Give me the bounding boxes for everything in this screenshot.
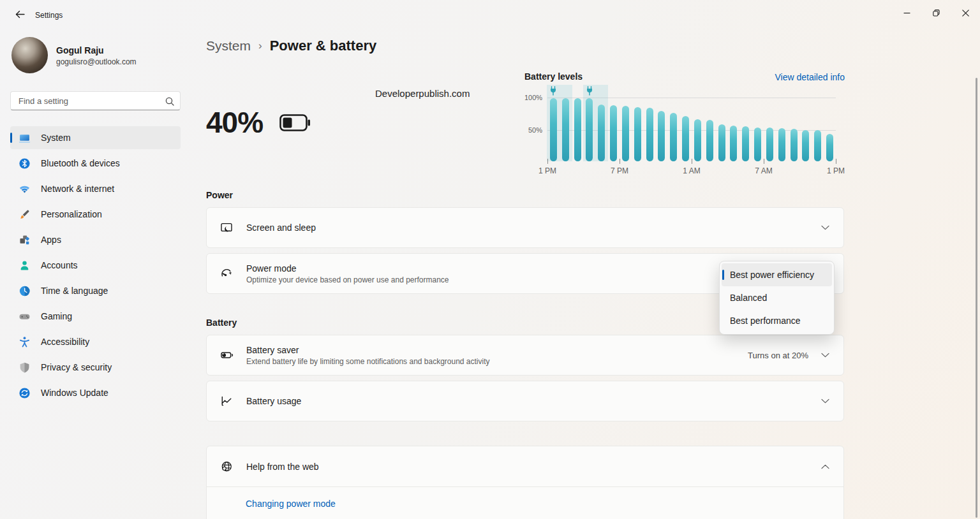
sidebar-item-accounts[interactable]: Accounts — [10, 254, 181, 277]
battery-saver-value: Turns on at 20% — [748, 351, 808, 360]
sidebar-item-label: System — [41, 133, 71, 143]
scrollbar[interactable] — [976, 78, 977, 518]
view-detailed-info-link[interactable]: View detailed info — [775, 72, 845, 82]
y-axis-label: 100% — [524, 94, 542, 101]
accessibility-icon — [19, 336, 31, 348]
plug-charging-icon — [549, 86, 557, 98]
breadcrumb-parent[interactable]: System — [206, 38, 251, 54]
x-axis-label: 7 AM — [745, 166, 783, 175]
back-arrow-icon — [15, 10, 25, 18]
app-title: Settings — [35, 11, 63, 20]
privacy-icon — [19, 362, 31, 374]
chevron-down-icon[interactable] — [821, 398, 829, 404]
x-axis-tick — [620, 159, 620, 164]
battery-level-bar — [622, 106, 629, 161]
y-axis-label: 50% — [524, 126, 542, 134]
chevron-down-icon[interactable] — [821, 225, 829, 230]
battery-level-bar — [646, 108, 653, 161]
help-from-web-card: Help from the web Changing power mode — [206, 446, 844, 519]
user-email: gogulisro@outlook.com — [56, 57, 137, 66]
row-title: Battery saver — [246, 345, 748, 355]
apps-icon — [19, 234, 31, 246]
minimize-icon — [903, 10, 910, 17]
battery-level-bar — [791, 129, 798, 161]
power-mode-option-3[interactable]: Best performance — [722, 309, 832, 332]
breadcrumb-separator: › — [258, 40, 262, 52]
sidebar-item-label: Accessibility — [41, 337, 89, 347]
battery-level-bar — [718, 124, 725, 161]
battery-level-bar — [598, 105, 605, 161]
time-language-icon — [19, 285, 31, 297]
sidebar-item-label: Privacy & security — [41, 362, 112, 372]
battery-usage-row[interactable]: Battery usage — [206, 381, 844, 421]
battery-level-bar — [550, 98, 557, 161]
search-input[interactable] — [11, 92, 180, 110]
sidebar-item-privacy-security[interactable]: Privacy & security — [10, 356, 181, 379]
battery-level-bar — [754, 128, 761, 161]
battery-icon — [279, 114, 310, 131]
battery-level-bar — [658, 111, 665, 161]
sidebar-item-apps[interactable]: Apps — [10, 228, 181, 251]
row-title: Screen and sleep — [246, 223, 821, 233]
sidebar-item-label: Gaming — [41, 311, 72, 321]
x-axis-tick — [692, 159, 692, 164]
avatar[interactable] — [11, 37, 48, 73]
help-link[interactable]: Changing power mode — [246, 499, 843, 509]
battery-percent: 40% — [206, 105, 263, 140]
watermark-text: Developerpublish.com — [375, 88, 470, 99]
search-box[interactable] — [10, 91, 181, 110]
power-mode-option-2[interactable]: Balanced — [722, 286, 832, 309]
plug-charging-icon — [586, 86, 593, 98]
sidebar-item-time-language[interactable]: Time & language — [10, 279, 181, 302]
sidebar-item-gaming[interactable]: Gaming — [10, 305, 181, 328]
sidebar-item-bluetooth[interactable]: Bluetooth & devices — [10, 152, 181, 175]
sidebar-item-label: Accounts — [41, 260, 78, 270]
sidebar-item-label: Windows Update — [41, 388, 108, 398]
option-label: Best performance — [730, 316, 801, 326]
sidebar-item-label: Personalization — [41, 209, 102, 219]
sidebar-item-network[interactable]: Network & internet — [10, 177, 181, 200]
breadcrumb: System › Power & battery — [206, 38, 376, 54]
sidebar-nav: SystemBluetooth & devicesNetwork & inter… — [10, 126, 181, 407]
battery-level-bar — [742, 126, 749, 161]
battery-level-bar — [730, 126, 737, 161]
battery-level-bar — [694, 119, 701, 161]
screen-sleep-icon — [207, 221, 246, 234]
minimize-button[interactable] — [892, 0, 921, 26]
selected-indicator — [722, 270, 724, 280]
battery-saver-row[interactable]: Battery saver Extend battery life by lim… — [206, 335, 844, 376]
close-button[interactable] — [951, 0, 980, 26]
battery-level-bar — [574, 98, 581, 161]
battery-level-bar — [814, 130, 821, 161]
row-subtitle: Extend battery life by limiting some not… — [246, 357, 748, 366]
sidebar-item-accessibility[interactable]: Accessibility — [10, 330, 181, 353]
screen-and-sleep-row[interactable]: Screen and sleep — [206, 207, 844, 248]
x-axis-label: 1 AM — [672, 166, 711, 175]
sidebar-item-system[interactable]: System — [10, 126, 181, 149]
row-title: Help from the web — [246, 462, 821, 472]
chevron-up-icon[interactable] — [821, 464, 829, 469]
sidebar-item-windows-update[interactable]: Windows Update — [10, 381, 181, 404]
battery-usage-chart-icon — [207, 395, 246, 407]
search-icon[interactable] — [165, 97, 174, 108]
battery-levels-chart: Battery levels View detailed info 100%50… — [524, 70, 845, 180]
x-axis-tick — [836, 159, 836, 164]
battery-level-bar — [562, 98, 569, 161]
bluetooth-icon — [19, 157, 31, 170]
restore-icon — [933, 10, 940, 17]
x-axis-label: 7 PM — [600, 166, 639, 175]
back-button[interactable] — [9, 6, 31, 22]
windows-update-icon — [19, 387, 31, 399]
sidebar-item-label: Network & internet — [41, 184, 114, 194]
power-mode-option-1[interactable]: Best power efficiency — [722, 263, 832, 286]
gaming-icon — [19, 311, 31, 323]
power-mode-gauge-icon — [207, 267, 246, 280]
chevron-down-icon[interactable] — [821, 353, 829, 358]
sidebar-item-label: Apps — [41, 235, 61, 245]
restore-button[interactable] — [921, 0, 951, 26]
network-icon — [19, 183, 31, 195]
help-from-web-row[interactable]: Help from the web — [207, 446, 843, 486]
system-icon — [19, 132, 31, 144]
sidebar-item-personalization[interactable]: Personalization — [10, 203, 181, 226]
globe-search-icon — [207, 460, 246, 473]
